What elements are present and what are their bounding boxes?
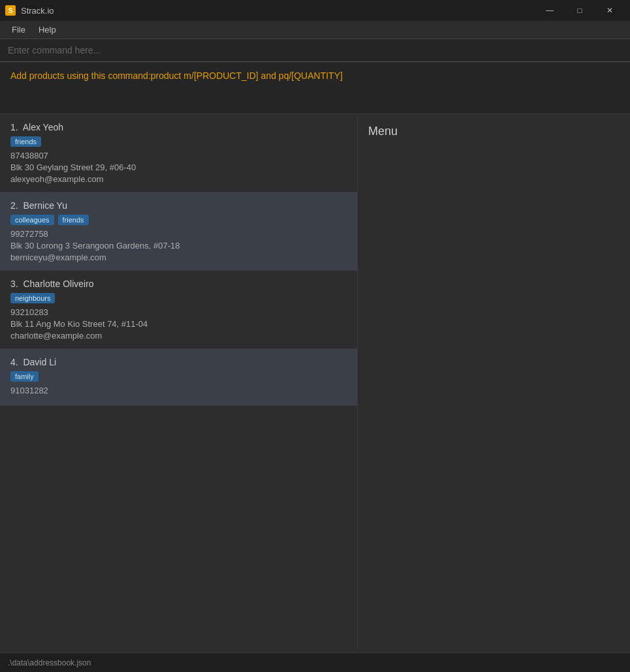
window-controls: — □ ✕ xyxy=(535,0,625,21)
contact-item[interactable]: 3. Charlotte Oliveiro neighbours 9321028… xyxy=(0,271,357,349)
contact-tags: family xyxy=(10,371,347,382)
contacts-panel[interactable]: 1. Alex Yeoh friends 87438807 Blk 30 Gey… xyxy=(0,114,358,649)
contact-tags: friends xyxy=(10,136,347,147)
contact-tag: family xyxy=(10,371,39,382)
status-text: .\data\addressbook.json xyxy=(8,658,91,667)
menu-bar: File Help xyxy=(0,21,630,39)
menu-panel: Menu xyxy=(358,114,630,649)
contact-tag: colleagues xyxy=(10,215,54,225)
info-text: Add products using this command:product … xyxy=(10,70,343,81)
menu-help[interactable]: Help xyxy=(32,22,63,37)
contact-phone: 91031282 xyxy=(10,386,347,395)
contact-item[interactable]: 1. Alex Yeoh friends 87438807 Blk 30 Gey… xyxy=(0,114,357,192)
contact-name: 3. Charlotte Oliveiro xyxy=(10,279,347,289)
contact-tag: friends xyxy=(10,136,41,147)
close-button[interactable]: ✕ xyxy=(595,0,625,21)
contact-phone: 99272758 xyxy=(10,229,347,239)
app-icon: S xyxy=(5,5,16,16)
contact-item[interactable]: 4. David Li family 91031282 xyxy=(0,349,357,406)
contact-email: charlotte@example.com xyxy=(10,331,347,341)
menu-heading: Menu xyxy=(368,125,620,138)
title-bar-left: S Strack.io xyxy=(5,5,54,16)
contact-address: Blk 30 Lorong 3 Serangoon Gardens, #07-1… xyxy=(10,241,347,251)
contact-name: 1. Alex Yeoh xyxy=(10,122,347,132)
contact-name: 4. David Li xyxy=(10,357,347,367)
main-content: 1. Alex Yeoh friends 87438807 Blk 30 Gey… xyxy=(0,114,630,649)
contact-address: Blk 30 Geylang Street 29, #06-40 xyxy=(10,162,347,172)
maximize-button[interactable]: □ xyxy=(565,0,595,21)
contact-item[interactable]: 2. Bernice Yu colleagues friends 9927275… xyxy=(0,192,357,271)
info-bar: Add products using this command:product … xyxy=(0,62,630,114)
command-input[interactable] xyxy=(8,45,622,55)
title-bar: S Strack.io — □ ✕ xyxy=(0,0,630,21)
contact-email: berniceyu@example.com xyxy=(10,252,347,262)
contact-tag: neighbours xyxy=(10,293,55,303)
contact-address: Blk 11 Ang Mo Kio Street 74, #11-04 xyxy=(10,319,347,329)
minimize-button[interactable]: — xyxy=(535,0,565,21)
status-bar: .\data\addressbook.json xyxy=(0,652,630,672)
contact-tag: friends xyxy=(58,215,89,225)
contact-tags: neighbours xyxy=(10,293,347,303)
command-bar xyxy=(0,39,630,62)
contact-name: 2. Bernice Yu xyxy=(10,200,347,211)
contact-tags: colleagues friends xyxy=(10,215,347,225)
contact-email: alexyeoh@example.com xyxy=(10,174,347,184)
contact-phone: 93210283 xyxy=(10,307,347,317)
title-text: Strack.io xyxy=(21,6,54,16)
contact-phone: 87438807 xyxy=(10,151,347,160)
menu-file[interactable]: File xyxy=(5,22,32,37)
